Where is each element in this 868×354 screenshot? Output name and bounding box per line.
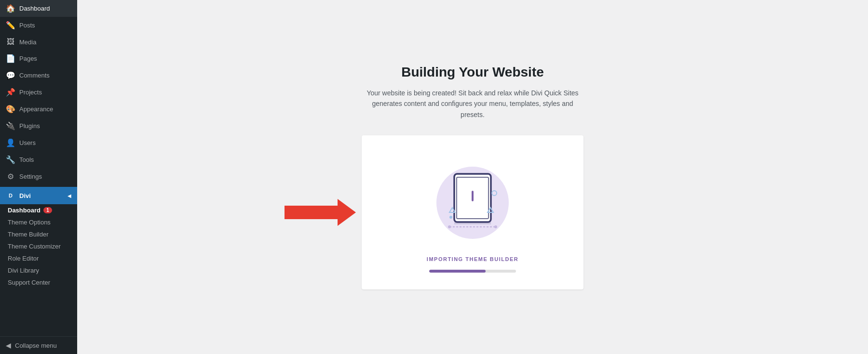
svg-point-11	[494, 225, 497, 228]
red-arrow-container	[285, 199, 356, 226]
progress-bar-wrapper	[429, 270, 516, 273]
divi-submenu-item-theme-builder[interactable]: Theme Builder	[0, 228, 77, 240]
collapse-icon: ◀	[6, 341, 11, 349]
divi-submenu-item-theme-options[interactable]: Theme Options	[0, 216, 77, 228]
sidebar-item-dashboard[interactable]: 🏠 Dashboard	[0, 0, 77, 17]
card-wrapper: IMPORTING THEME BUILDER	[362, 135, 583, 289]
projects-icon: 📌	[6, 88, 15, 97]
sidebar: 🏠 Dashboard ✏️ Posts 🖼 Media 📄 Pages 💬 C…	[0, 0, 77, 354]
sidebar-item-appearance[interactable]: 🎨 Appearance	[0, 101, 77, 118]
progress-bar-fill	[429, 270, 486, 273]
appearance-icon: 🎨	[6, 105, 15, 114]
collapse-menu-button[interactable]: ◀ Collapse menu	[0, 336, 77, 354]
sidebar-item-plugins[interactable]: 🔌 Plugins	[0, 118, 77, 134]
dashboard-icon: 🏠	[6, 4, 15, 13]
page-title: Building Your Website	[401, 65, 544, 80]
divi-submenu-item-theme-customizer[interactable]: Theme Customizer	[0, 240, 77, 252]
sidebar-item-projects[interactable]: 📌 Projects	[0, 84, 77, 101]
divi-icon: D	[6, 191, 15, 200]
building-card: IMPORTING THEME BUILDER	[362, 135, 583, 289]
divi-label: Divi	[19, 192, 31, 199]
sidebar-item-label: Media	[19, 39, 36, 46]
arrow-head	[338, 199, 356, 226]
divi-submenu-item-dashboard[interactable]: Dashboard 1	[0, 204, 77, 216]
plugins-icon: 🔌	[6, 121, 15, 131]
divi-submenu-item-support-center[interactable]: Support Center	[0, 276, 77, 288]
dashboard-badge: 1	[43, 207, 52, 213]
main-content: Building Your Website Your website is be…	[77, 0, 868, 354]
tools-icon: 🔧	[6, 155, 15, 164]
divi-submenu-item-divi-library[interactable]: Divi Library	[0, 264, 77, 276]
sidebar-item-label: Posts	[19, 22, 35, 29]
status-label: IMPORTING THEME BUILDER	[427, 256, 518, 262]
sidebar-item-posts[interactable]: ✏️ Posts	[0, 17, 77, 34]
sidebar-item-divi[interactable]: D Divi ◀	[0, 187, 77, 204]
collapse-label: Collapse menu	[15, 342, 57, 349]
users-icon: 👤	[6, 138, 15, 147]
comments-icon: 💬	[6, 71, 15, 80]
svg-rect-3	[472, 191, 474, 201]
divi-collapse-icon: ◀	[68, 193, 71, 198]
svg-point-10	[448, 225, 451, 228]
sidebar-item-users[interactable]: 👤 Users	[0, 134, 77, 151]
posts-icon: ✏️	[6, 21, 15, 30]
media-icon: 🖼	[6, 38, 15, 46]
sidebar-item-label: Comments	[19, 72, 50, 79]
divi-submenu-item-role-editor[interactable]: Role Editor	[0, 252, 77, 264]
device-illustration	[420, 152, 526, 249]
sidebar-item-label: Users	[19, 139, 36, 146]
sidebar-item-pages[interactable]: 📄 Pages	[0, 50, 77, 67]
sidebar-item-settings[interactable]: ⚙ Settings	[0, 168, 77, 185]
sidebar-item-label: Plugins	[19, 122, 40, 130]
illustration: IMPORTING THEME BUILDER	[420, 152, 526, 273]
svg-point-6	[449, 216, 452, 219]
divi-submenu: Dashboard 1 Theme Options Theme Builder …	[0, 204, 77, 288]
sidebar-item-tools[interactable]: 🔧 Tools	[0, 151, 77, 168]
sidebar-item-label: Settings	[19, 173, 42, 180]
sidebar-item-media[interactable]: 🖼 Media	[0, 34, 77, 50]
arrow-body	[285, 206, 338, 219]
red-arrow	[285, 199, 356, 226]
sidebar-item-label: Tools	[19, 156, 34, 163]
sidebar-item-comments[interactable]: 💬 Comments	[0, 67, 77, 84]
sidebar-item-label: Appearance	[19, 105, 53, 113]
sidebar-item-label: Pages	[19, 55, 37, 62]
page-subtitle: Your website is being created! Sit back …	[366, 88, 579, 120]
sidebar-item-label: Projects	[19, 89, 42, 96]
svg-rect-4	[454, 222, 491, 224]
settings-icon: ⚙	[6, 172, 15, 181]
sidebar-item-label: Dashboard	[19, 5, 50, 12]
pages-icon: 📄	[6, 54, 15, 63]
dashboard-sub-label: Dashboard	[8, 207, 41, 214]
